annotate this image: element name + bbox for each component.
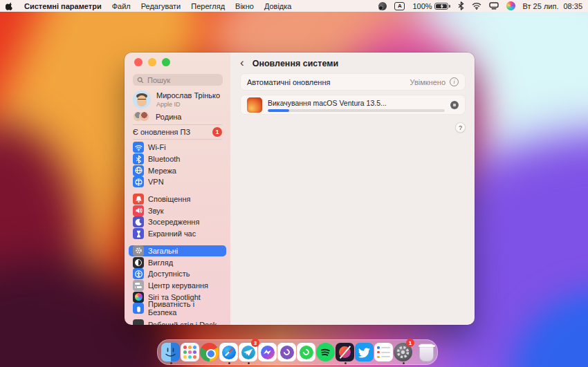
window-controls (134, 58, 170, 66)
dock-twitter[interactable] (355, 341, 374, 364)
update-count-badge: 1 (212, 127, 222, 137)
menu-view[interactable]: Перегляд (191, 2, 225, 10)
battery-icon (434, 3, 448, 10)
sidebar-item-network[interactable]: Мережа (129, 164, 226, 176)
download-label: Викачування macOS Ventura 13.5... (268, 99, 445, 107)
page-title: Оновлення системи (252, 59, 338, 68)
sidebar-item-label: Екранний час (148, 229, 196, 238)
system-settings-window: Пошук Мирослав Трінько Apple ID Родина (125, 53, 475, 325)
sidebar-item-notifications[interactable]: Сповіщення (129, 194, 226, 205)
hand-icon (133, 303, 144, 314)
pixelmator-icon (336, 343, 354, 361)
sidebar-item-label: Приватність і Безпека (148, 300, 222, 317)
family-label: Родина (156, 113, 182, 121)
gear-icon (133, 245, 144, 256)
running-indicator (344, 362, 347, 364)
search-input[interactable]: Пошук (133, 74, 223, 86)
dock-system-settings[interactable]: 1 (394, 341, 412, 364)
bluetooth-icon[interactable] (458, 1, 464, 10)
back-button[interactable]: ‹ (240, 57, 244, 70)
siri-icon[interactable] (506, 1, 515, 10)
sidebar-item-vpn[interactable]: VPN (129, 176, 226, 188)
menu-help[interactable]: Довідка (264, 2, 292, 10)
sidebar-item-label: VPN (148, 178, 164, 186)
dock-reminders[interactable] (374, 341, 393, 364)
help-button[interactable]: ? (455, 122, 466, 133)
reminders-icon (374, 343, 393, 361)
display-icon[interactable] (489, 2, 499, 10)
telegram-badge: 3 (251, 339, 259, 347)
zoom-window-button[interactable] (162, 58, 170, 66)
sidebar-item-screen-time[interactable]: Екранний час (129, 228, 226, 240)
viber-icon (277, 343, 296, 361)
sidebar-item-label: Центр керування (148, 281, 208, 290)
apple-id-row[interactable]: Мирослав Трінько Apple ID (133, 91, 220, 109)
sidebar-item-label: Загальні (148, 247, 178, 255)
menu-edit[interactable]: Редагувати (141, 2, 181, 10)
dock-safari[interactable] (219, 341, 238, 364)
appearance-icon (133, 257, 144, 268)
safari-icon (219, 343, 238, 361)
running-indicator (403, 362, 405, 364)
search-icon (137, 77, 144, 84)
sidebar-item-label: Wi-Fi (148, 143, 166, 151)
menu-time: 08:35 (563, 2, 582, 10)
dock-finder[interactable] (161, 341, 180, 364)
updater-status-icon[interactable] (378, 2, 387, 10)
moon-icon (133, 216, 144, 227)
sidebar-item-control-center[interactable]: Центр керування (129, 280, 226, 292)
cancel-download-button[interactable] (450, 101, 459, 109)
close-window-button[interactable] (134, 58, 143, 66)
menu-app-name[interactable]: Системні параметри (24, 2, 102, 10)
download-progress-fill (268, 109, 289, 112)
download-row: Викачування macOS Ventura 13.5... (240, 95, 466, 115)
sidebar-item-accessibility[interactable]: Доступність (129, 268, 226, 280)
battery-status[interactable]: 100% (412, 2, 450, 10)
speaker-icon (133, 205, 144, 216)
family-row[interactable]: Родина (133, 111, 182, 122)
download-progress-bar (268, 109, 445, 112)
automatic-updates-row[interactable]: Автоматичні оновлення Увімкнено i (240, 73, 466, 91)
dock-trash[interactable] (419, 341, 434, 364)
menu-date: Вт 25 лип. (523, 2, 559, 10)
desktop-dock-icon (133, 319, 144, 325)
dock-spotify[interactable] (316, 341, 335, 364)
sidebar-item-sound[interactable]: Звук (129, 205, 226, 216)
spotify-icon (316, 343, 335, 361)
sidebar-item-bluetooth[interactable]: Bluetooth (129, 153, 226, 165)
accessibility-icon (133, 268, 144, 279)
input-source-icon[interactable]: A (394, 2, 405, 10)
dock-whatsapp[interactable] (297, 341, 315, 364)
vpn-icon (133, 176, 144, 187)
dock-pixelmator[interactable] (336, 341, 354, 364)
sidebar-item-focus[interactable]: Зосередження (129, 216, 226, 228)
running-indicator (228, 362, 230, 364)
dock-viber[interactable] (277, 341, 296, 364)
dock-messenger[interactable] (258, 341, 277, 364)
sidebar-item-appearance[interactable]: Вигляд (129, 256, 226, 268)
wifi-icon[interactable] (472, 2, 481, 10)
whatsapp-icon (297, 343, 315, 361)
minimize-window-button[interactable] (148, 58, 156, 66)
dock-telegram[interactable]: 3 (239, 341, 257, 364)
menu-file[interactable]: Файл (112, 2, 131, 10)
settings-badge: 1 (406, 339, 414, 347)
sidebar-item-label: Сповіщення (148, 195, 190, 203)
sidebar-item-general[interactable]: Загальні (129, 245, 226, 257)
chrome-icon (200, 343, 219, 361)
apple-menu-icon[interactable] (6, 1, 14, 11)
launchpad-icon (181, 343, 199, 361)
sidebar-item-label: Робочий стіл і Dock (148, 321, 217, 325)
menu-clock[interactable]: Вт 25 лип. 08:35 (523, 2, 582, 10)
dock: 3 (157, 339, 438, 365)
dock-launchpad[interactable] (181, 341, 199, 364)
menu-window[interactable]: Вікно (235, 2, 254, 10)
bluetooth-icon (133, 153, 144, 164)
running-indicator (170, 362, 172, 364)
software-update-available-row[interactable]: Є оновлення ПЗ 1 (133, 126, 222, 138)
sidebar-item-desktop-dock[interactable]: Робочий стіл і Dock (129, 319, 226, 325)
sidebar-item-wifi[interactable]: Wi-Fi (129, 142, 226, 153)
sidebar-item-privacy-security[interactable]: Приватність і Безпека (129, 303, 226, 314)
info-icon[interactable]: i (450, 77, 459, 86)
dock-chrome[interactable] (200, 341, 219, 364)
